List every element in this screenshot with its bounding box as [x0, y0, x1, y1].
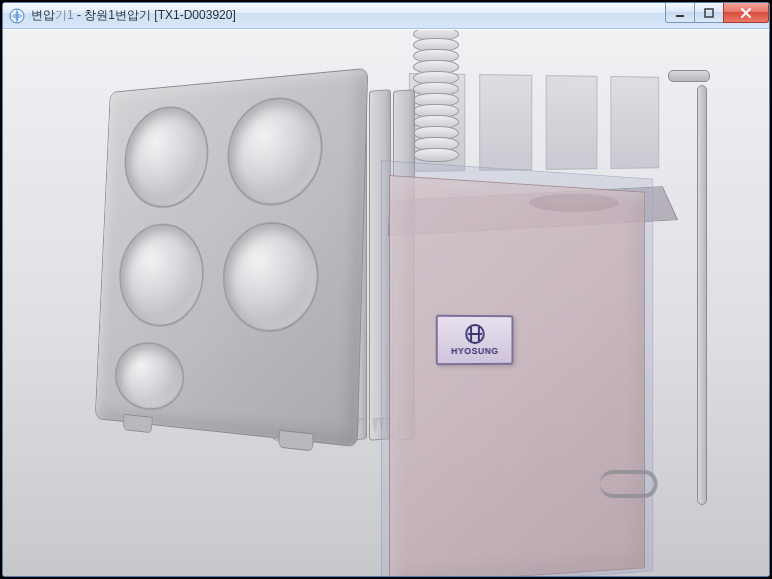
radiator-panel — [95, 68, 368, 447]
maximize-icon — [703, 7, 715, 19]
cooling-fan — [117, 223, 205, 328]
title-part-mid: - 창원1변압기 [ — [74, 8, 158, 22]
tank-handle — [600, 470, 658, 498]
window-outer-frame: 변압기1 - 창원1변압기 [TX1-D003920] — [0, 0, 772, 579]
window-controls — [666, 3, 769, 23]
cooling-fan — [122, 103, 210, 209]
title-part-id: TX1-D003920 — [158, 8, 233, 22]
titlebar[interactable]: 변압기1 - 창원1변압기 [TX1-D003920] — [3, 3, 769, 29]
scene-root: HYOSUNG — [3, 30, 769, 576]
brand-logo-icon — [462, 324, 487, 344]
minimize-icon — [674, 7, 686, 19]
title-part-suffix: ] — [232, 8, 235, 22]
maximize-button[interactable] — [694, 3, 724, 23]
minimize-button[interactable] — [665, 3, 695, 23]
nameplate: HYOSUNG — [436, 315, 514, 366]
viewport-3d[interactable]: HYOSUNG — [3, 29, 769, 576]
cooling-fan — [221, 222, 320, 334]
title-part-prefix: 변압 — [31, 8, 55, 22]
cooling-fan — [226, 94, 325, 207]
mount-notch — [123, 414, 153, 433]
title-part-faded: 기1 — [55, 8, 74, 22]
bg-box — [546, 75, 597, 170]
application-window: 변압기1 - 창원1변압기 [TX1-D003920] — [2, 2, 770, 577]
bg-box — [479, 74, 533, 171]
window-title: 변압기1 - 창원1변압기 [TX1-D003920] — [31, 7, 236, 24]
close-icon — [739, 7, 753, 19]
bg-box — [610, 76, 659, 169]
svg-rect-1 — [676, 15, 684, 17]
oil-pipe — [697, 85, 707, 505]
svg-rect-2 — [705, 9, 713, 17]
radiator-panel-assembly — [33, 65, 453, 465]
close-button[interactable] — [723, 3, 769, 23]
brand-label: HYOSUNG — [451, 346, 499, 356]
mount-notch — [278, 430, 313, 452]
cooling-fan — [113, 340, 185, 413]
app-icon — [9, 8, 25, 24]
